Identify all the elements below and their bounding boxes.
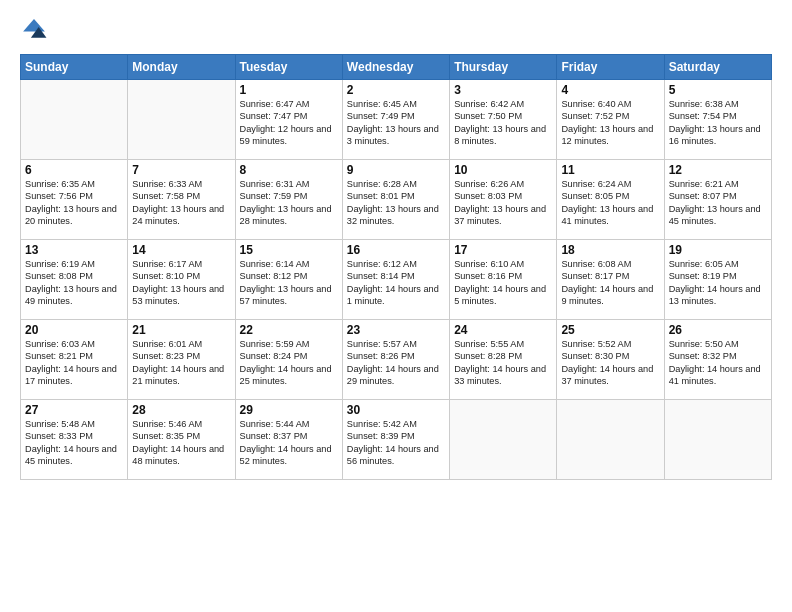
day-number: 9	[347, 163, 445, 177]
day-info: Sunrise: 5:55 AM Sunset: 8:28 PM Dayligh…	[454, 338, 552, 388]
day-info: Sunrise: 5:48 AM Sunset: 8:33 PM Dayligh…	[25, 418, 123, 468]
page: SundayMondayTuesdayWednesdayThursdayFrid…	[0, 0, 792, 612]
day-number: 5	[669, 83, 767, 97]
day-info: Sunrise: 6:17 AM Sunset: 8:10 PM Dayligh…	[132, 258, 230, 308]
day-number: 17	[454, 243, 552, 257]
calendar-cell: 3Sunrise: 6:42 AM Sunset: 7:50 PM Daylig…	[450, 80, 557, 160]
day-info: Sunrise: 6:24 AM Sunset: 8:05 PM Dayligh…	[561, 178, 659, 228]
day-number: 25	[561, 323, 659, 337]
calendar-cell: 28Sunrise: 5:46 AM Sunset: 8:35 PM Dayli…	[128, 400, 235, 480]
calendar-cell: 30Sunrise: 5:42 AM Sunset: 8:39 PM Dayli…	[342, 400, 449, 480]
calendar-cell: 5Sunrise: 6:38 AM Sunset: 7:54 PM Daylig…	[664, 80, 771, 160]
calendar-cell: 19Sunrise: 6:05 AM Sunset: 8:19 PM Dayli…	[664, 240, 771, 320]
day-info: Sunrise: 5:46 AM Sunset: 8:35 PM Dayligh…	[132, 418, 230, 468]
calendar-cell	[557, 400, 664, 480]
day-number: 3	[454, 83, 552, 97]
day-info: Sunrise: 6:35 AM Sunset: 7:56 PM Dayligh…	[25, 178, 123, 228]
calendar-cell: 11Sunrise: 6:24 AM Sunset: 8:05 PM Dayli…	[557, 160, 664, 240]
day-number: 18	[561, 243, 659, 257]
day-info: Sunrise: 6:01 AM Sunset: 8:23 PM Dayligh…	[132, 338, 230, 388]
day-number: 30	[347, 403, 445, 417]
day-info: Sunrise: 6:14 AM Sunset: 8:12 PM Dayligh…	[240, 258, 338, 308]
calendar-cell: 7Sunrise: 6:33 AM Sunset: 7:58 PM Daylig…	[128, 160, 235, 240]
day-info: Sunrise: 6:10 AM Sunset: 8:16 PM Dayligh…	[454, 258, 552, 308]
day-number: 10	[454, 163, 552, 177]
day-info: Sunrise: 5:42 AM Sunset: 8:39 PM Dayligh…	[347, 418, 445, 468]
day-number: 6	[25, 163, 123, 177]
day-number: 7	[132, 163, 230, 177]
calendar-cell: 10Sunrise: 6:26 AM Sunset: 8:03 PM Dayli…	[450, 160, 557, 240]
logo	[20, 16, 52, 44]
day-info: Sunrise: 6:21 AM Sunset: 8:07 PM Dayligh…	[669, 178, 767, 228]
calendar-table: SundayMondayTuesdayWednesdayThursdayFrid…	[20, 54, 772, 480]
day-number: 12	[669, 163, 767, 177]
calendar-cell: 29Sunrise: 5:44 AM Sunset: 8:37 PM Dayli…	[235, 400, 342, 480]
day-info: Sunrise: 6:26 AM Sunset: 8:03 PM Dayligh…	[454, 178, 552, 228]
day-info: Sunrise: 5:57 AM Sunset: 8:26 PM Dayligh…	[347, 338, 445, 388]
calendar-cell: 8Sunrise: 6:31 AM Sunset: 7:59 PM Daylig…	[235, 160, 342, 240]
calendar-cell: 6Sunrise: 6:35 AM Sunset: 7:56 PM Daylig…	[21, 160, 128, 240]
calendar-weekday: Thursday	[450, 55, 557, 80]
day-info: Sunrise: 5:59 AM Sunset: 8:24 PM Dayligh…	[240, 338, 338, 388]
calendar-cell: 18Sunrise: 6:08 AM Sunset: 8:17 PM Dayli…	[557, 240, 664, 320]
day-number: 26	[669, 323, 767, 337]
calendar-cell: 26Sunrise: 5:50 AM Sunset: 8:32 PM Dayli…	[664, 320, 771, 400]
calendar-weekday: Wednesday	[342, 55, 449, 80]
calendar-cell: 12Sunrise: 6:21 AM Sunset: 8:07 PM Dayli…	[664, 160, 771, 240]
calendar-cell: 17Sunrise: 6:10 AM Sunset: 8:16 PM Dayli…	[450, 240, 557, 320]
calendar-cell: 20Sunrise: 6:03 AM Sunset: 8:21 PM Dayli…	[21, 320, 128, 400]
day-info: Sunrise: 6:42 AM Sunset: 7:50 PM Dayligh…	[454, 98, 552, 148]
calendar-week-row: 27Sunrise: 5:48 AM Sunset: 8:33 PM Dayli…	[21, 400, 772, 480]
logo-icon	[20, 16, 48, 44]
day-number: 27	[25, 403, 123, 417]
day-info: Sunrise: 6:31 AM Sunset: 7:59 PM Dayligh…	[240, 178, 338, 228]
day-number: 14	[132, 243, 230, 257]
calendar-weekday: Friday	[557, 55, 664, 80]
day-number: 15	[240, 243, 338, 257]
day-info: Sunrise: 6:19 AM Sunset: 8:08 PM Dayligh…	[25, 258, 123, 308]
day-info: Sunrise: 6:12 AM Sunset: 8:14 PM Dayligh…	[347, 258, 445, 308]
day-number: 19	[669, 243, 767, 257]
day-number: 21	[132, 323, 230, 337]
day-info: Sunrise: 6:47 AM Sunset: 7:47 PM Dayligh…	[240, 98, 338, 148]
calendar-week-row: 6Sunrise: 6:35 AM Sunset: 7:56 PM Daylig…	[21, 160, 772, 240]
day-info: Sunrise: 6:45 AM Sunset: 7:49 PM Dayligh…	[347, 98, 445, 148]
calendar-cell: 24Sunrise: 5:55 AM Sunset: 8:28 PM Dayli…	[450, 320, 557, 400]
calendar-cell: 1Sunrise: 6:47 AM Sunset: 7:47 PM Daylig…	[235, 80, 342, 160]
day-number: 13	[25, 243, 123, 257]
calendar-cell: 13Sunrise: 6:19 AM Sunset: 8:08 PM Dayli…	[21, 240, 128, 320]
day-number: 29	[240, 403, 338, 417]
day-info: Sunrise: 5:44 AM Sunset: 8:37 PM Dayligh…	[240, 418, 338, 468]
calendar-cell	[21, 80, 128, 160]
calendar-week-row: 20Sunrise: 6:03 AM Sunset: 8:21 PM Dayli…	[21, 320, 772, 400]
calendar-weekday: Sunday	[21, 55, 128, 80]
calendar-cell: 25Sunrise: 5:52 AM Sunset: 8:30 PM Dayli…	[557, 320, 664, 400]
day-info: Sunrise: 6:40 AM Sunset: 7:52 PM Dayligh…	[561, 98, 659, 148]
day-number: 11	[561, 163, 659, 177]
calendar-cell	[450, 400, 557, 480]
day-number: 2	[347, 83, 445, 97]
calendar-week-row: 13Sunrise: 6:19 AM Sunset: 8:08 PM Dayli…	[21, 240, 772, 320]
calendar-cell: 15Sunrise: 6:14 AM Sunset: 8:12 PM Dayli…	[235, 240, 342, 320]
calendar-cell	[664, 400, 771, 480]
calendar-cell: 14Sunrise: 6:17 AM Sunset: 8:10 PM Dayli…	[128, 240, 235, 320]
calendar-cell: 2Sunrise: 6:45 AM Sunset: 7:49 PM Daylig…	[342, 80, 449, 160]
calendar-cell: 4Sunrise: 6:40 AM Sunset: 7:52 PM Daylig…	[557, 80, 664, 160]
calendar-cell	[128, 80, 235, 160]
calendar-cell: 27Sunrise: 5:48 AM Sunset: 8:33 PM Dayli…	[21, 400, 128, 480]
day-info: Sunrise: 6:08 AM Sunset: 8:17 PM Dayligh…	[561, 258, 659, 308]
calendar-cell: 23Sunrise: 5:57 AM Sunset: 8:26 PM Dayli…	[342, 320, 449, 400]
calendar-cell: 9Sunrise: 6:28 AM Sunset: 8:01 PM Daylig…	[342, 160, 449, 240]
day-info: Sunrise: 5:52 AM Sunset: 8:30 PM Dayligh…	[561, 338, 659, 388]
calendar-cell: 21Sunrise: 6:01 AM Sunset: 8:23 PM Dayli…	[128, 320, 235, 400]
day-number: 8	[240, 163, 338, 177]
calendar-weekday: Monday	[128, 55, 235, 80]
day-number: 22	[240, 323, 338, 337]
day-info: Sunrise: 6:33 AM Sunset: 7:58 PM Dayligh…	[132, 178, 230, 228]
calendar-week-row: 1Sunrise: 6:47 AM Sunset: 7:47 PM Daylig…	[21, 80, 772, 160]
day-info: Sunrise: 5:50 AM Sunset: 8:32 PM Dayligh…	[669, 338, 767, 388]
day-info: Sunrise: 6:28 AM Sunset: 8:01 PM Dayligh…	[347, 178, 445, 228]
day-number: 20	[25, 323, 123, 337]
calendar-weekday: Saturday	[664, 55, 771, 80]
day-info: Sunrise: 6:03 AM Sunset: 8:21 PM Dayligh…	[25, 338, 123, 388]
